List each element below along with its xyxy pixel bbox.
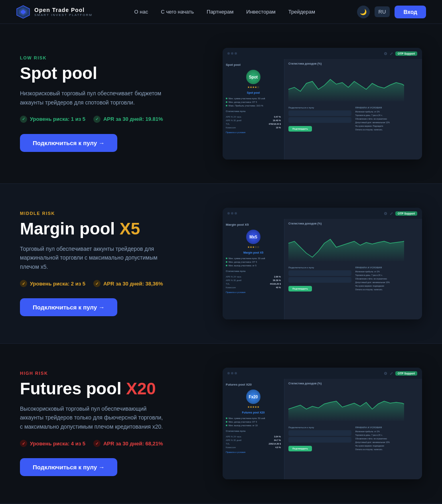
info-row: Мин. сумма участника пула: 30 usdt [226, 257, 281, 260]
info-rows: Мин. сумма участника пула: 50 usdt Мин. … [226, 97, 281, 107]
rule-row: Допустимый долг: минимальная 10% [355, 281, 418, 284]
stat-val: 38.36 % [273, 279, 281, 282]
rules-box: ПРАВИЛА И УСЛОВИЯ Железная прибыль: от 1… [355, 106, 418, 132]
mockup-sidebar: Futures pool X20 Fx20 ★★★★★ Futures pool… [223, 379, 284, 479]
info-row: Мин. сумма участника пула: 50 usdt [226, 97, 281, 100]
nav-about[interactable]: О нас [134, 9, 148, 15]
nav-partners[interactable]: Партнерам [207, 9, 233, 15]
stat-row: Комиссия 4.0 % [226, 446, 281, 449]
stat-key: APR % 24 часа [226, 116, 241, 118]
info-dot [226, 425, 227, 426]
chart-area [288, 67, 418, 103]
note-input-mock [288, 437, 351, 443]
stats-label: Статистика пула [226, 430, 281, 432]
connect-label: Подключиться к пулу [288, 106, 351, 109]
rule-row: Железная прибыль: от 1% [355, 110, 418, 113]
chart-area [288, 227, 418, 263]
stat-key: APR % 24 часа [226, 276, 241, 278]
check-icon-apr: ✓ [93, 280, 101, 287]
stat-val: 479218.34 $ [268, 123, 281, 125]
logo-name: Open Trade Pool [34, 7, 93, 13]
stats-row: ✓ Уровень риска: 4 из 5 ✓ APR за 30 дней… [20, 440, 191, 447]
pool-mockup: ⚙ ⤢ OTP Support Spot pool Spot ★★★★☆ Spo… [223, 48, 422, 159]
nav-start[interactable]: С чего начать [161, 9, 194, 15]
stat-key: APR % 30 дней [226, 119, 241, 122]
rule-row: Торговля в день: 7 раз в 24 ч. [355, 274, 418, 277]
stat-risk: ✓ Уровень риска: 4 из 5 [20, 440, 85, 447]
check-icon-risk: ✓ [20, 280, 27, 287]
stat-row: APR % 30 дней 19.40 % [226, 119, 281, 122]
theme-toggle-button[interactable]: 🌙 [357, 6, 370, 18]
submit-button[interactable]: Подтвердить [288, 286, 312, 291]
mockup-bottom-row: Подключиться к пулу Подтвердить ПРАВИЛА … [288, 266, 418, 292]
mockup-topbar-left [227, 52, 237, 55]
stat-row: TVL 44193.25 $ [226, 283, 281, 285]
info-row: Мин. доход участника: ОТ 5 [226, 421, 281, 423]
header-right: 🌙 RU Вход [357, 6, 426, 18]
dot-1 [227, 372, 230, 374]
stat-row: APR % 30 дней 64.7 % [226, 439, 281, 441]
info-text: Мин. сумма участника пула: 30 usdt [229, 257, 265, 260]
chart-label: Статистика доходов (%) [288, 382, 418, 385]
pool-title: Spot pool [20, 64, 191, 83]
info-dot [226, 261, 227, 263]
info-dot [226, 98, 227, 99]
mockup-topbar-left [227, 372, 237, 374]
stats-table: APR % 24 часа 0.47 % APR % 30 дней 19.40… [226, 116, 281, 129]
mockup-topbar: ⚙ ⤢ OTP Support [223, 48, 422, 59]
mockup-topbar-right: ⚙ ⤢ OTP Support [384, 371, 417, 376]
connect-button[interactable]: Подключиться к пулу → [20, 298, 117, 316]
mockup-dots [227, 52, 237, 55]
info-text: Мин. выход участника: от 5 [229, 264, 257, 267]
mockup-main: Статистика доходов (%) Подключиться к пу… [284, 379, 422, 479]
info-row: Мин. выход участника: от 5 [226, 264, 281, 267]
stat-val: 19.40 % [273, 119, 281, 122]
mockup-topbar-right: ⚙ ⤢ OTP Support [384, 211, 417, 216]
rules-link[interactable]: Правила и условия [226, 291, 281, 293]
login-button[interactable]: Вход [395, 6, 426, 18]
stat-key: Комиссия [226, 446, 236, 449]
logo-subtitle: SMART INVEST PLATFORM [34, 13, 93, 17]
title-highlight: X20 [126, 379, 156, 398]
expand-icon: ⤢ [390, 51, 393, 56]
dot-1 [227, 212, 230, 215]
rules-link[interactable]: Правила и условия [226, 451, 281, 453]
rule-row: Торговля в день: 7 раз в 24 ч. [355, 114, 418, 117]
stat-row: APR % 30 дней 38.36 % [226, 279, 281, 282]
pool-stars: ★★★★★ [226, 406, 281, 409]
language-button[interactable]: RU [375, 6, 390, 17]
rule-row: Допустимый долг: минимальная 10% [355, 441, 418, 444]
info-dot [226, 265, 227, 266]
nav-traders[interactable]: Трейдерам [288, 9, 315, 15]
stat-row: APR % 24 часа 0.47 % [226, 116, 281, 118]
expand-icon: ⤢ [390, 211, 393, 216]
submit-button[interactable]: Подтвердить [288, 126, 312, 132]
rule-row: Оплата за отгрузку: написать [355, 448, 418, 451]
logo-text: Open Trade Pool SMART INVEST PLATFORM [34, 7, 93, 17]
connect-button[interactable]: Подключиться к пулу → [20, 134, 117, 152]
info-row: Мин. выход участника: от 10 [226, 424, 281, 427]
settings-icon: ⚙ [384, 211, 387, 216]
mockup-topbar-right: ⚙ ⤢ OTP Support [384, 51, 417, 56]
pool-title-sm: Spot pool [226, 91, 281, 94]
submit-button[interactable]: Подтвердить [288, 446, 312, 451]
pool-section-low: LOW RISK Spot pool Низкорисковый торговы… [0, 24, 442, 184]
mockup-body: Futures pool X20 Fx20 ★★★★★ Futures pool… [223, 379, 422, 479]
connect-button[interactable]: Подключиться к пулу → [20, 458, 117, 476]
info-row: Мин. сумма участника пула: 50 usdt [226, 417, 281, 419]
stat-key: APR % 24 часа [226, 435, 241, 438]
dot-3 [235, 372, 237, 374]
stat-val: 40 % [276, 286, 281, 289]
rules-link[interactable]: Правила и условия [226, 131, 281, 134]
pool-mockup: ⚙ ⤢ OTP Support Futures pool X20 Fx20 ★★… [223, 368, 422, 479]
info-text: Макс. Прибыль участника: 19,5 % [229, 104, 263, 107]
stat-row: Комиссия 40 % [226, 286, 281, 289]
pool-left: LOW RISK Spot pool Низкорисковый торговы… [20, 55, 191, 152]
stat-key: TVL [226, 443, 230, 445]
info-dot [226, 258, 227, 259]
rule-row: На нужен маржин: Подождите [355, 125, 418, 128]
nav-investors[interactable]: Инвесторам [246, 9, 275, 15]
stat-val: 3.04 % [274, 435, 281, 438]
pool-description: Низкорисковый торговый пул обеспечивает … [20, 89, 164, 107]
logo-icon [16, 5, 30, 19]
